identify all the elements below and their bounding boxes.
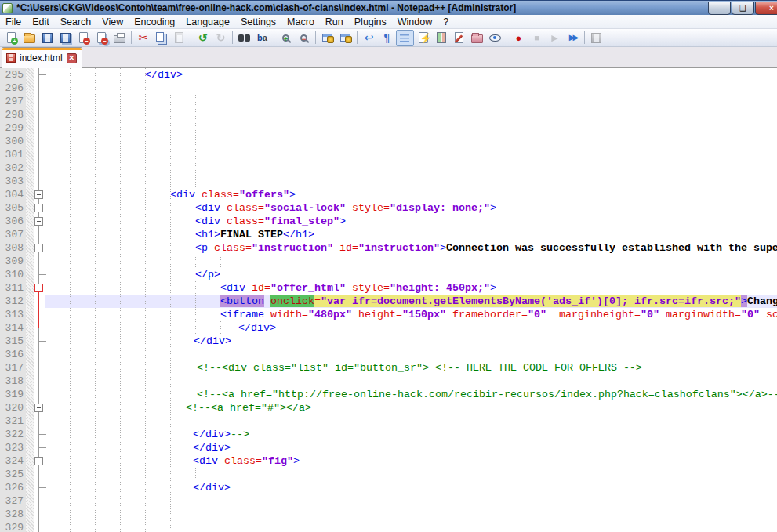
menu-language[interactable]: Language: [180, 16, 235, 28]
code-text[interactable]: </div>-->: [45, 428, 777, 441]
show-all-characters-button[interactable]: ¶: [378, 30, 396, 46]
code-line[interactable]: 325: [0, 468, 777, 481]
code-text[interactable]: [45, 521, 777, 532]
code-text[interactable]: <button onclick="var ifr=document.getEle…: [45, 295, 777, 308]
code-line[interactable]: 324<div class="fig">: [0, 454, 777, 468]
code-line[interactable]: 302: [0, 161, 777, 175]
menu-help[interactable]: ?: [438, 16, 454, 28]
code-text[interactable]: </div>: [45, 321, 777, 335]
fold-collapse-box[interactable]: [34, 217, 43, 226]
code-line[interactable]: 296: [0, 81, 777, 95]
zoom-in-button[interactable]: +: [277, 30, 295, 46]
title-bar[interactable]: *C:\Users\CKG\Videos\Contoh\team\free-on…: [0, 0, 777, 15]
code-text[interactable]: [45, 108, 777, 121]
menu-window[interactable]: Window: [392, 16, 438, 28]
undo-button[interactable]: ↺: [194, 30, 212, 46]
code-text[interactable]: [45, 375, 777, 388]
code-line[interactable]: 322</div>-->: [0, 428, 777, 441]
fold-collapse-box[interactable]: [34, 190, 43, 199]
code-text[interactable]: [45, 494, 777, 508]
code-line[interactable]: 303: [0, 175, 777, 188]
code-text[interactable]: [45, 508, 777, 521]
find-button[interactable]: [235, 30, 253, 46]
code-text[interactable]: <!--<div class="list" id="button_sr"> <!…: [45, 361, 777, 375]
minimize-button[interactable]: —: [708, 2, 731, 15]
code-text[interactable]: [45, 121, 777, 135]
file-monitoring-button[interactable]: [486, 30, 504, 46]
replace-button[interactable]: ba: [253, 30, 271, 46]
code-line[interactable]: 313<iframe width="480px" height="150px" …: [0, 308, 777, 321]
code-line[interactable]: 312<button onclick="var ifr=document.get…: [0, 295, 777, 308]
code-text[interactable]: <div class="social-lock" style="display:…: [45, 201, 777, 215]
code-text[interactable]: [45, 148, 777, 161]
code-line[interactable]: 298: [0, 108, 777, 121]
cut-button[interactable]: ✂: [134, 30, 152, 46]
code-line[interactable]: 316: [0, 348, 777, 361]
close-button[interactable]: ×: [755, 2, 777, 15]
close-all-button[interactable]: −: [93, 30, 111, 46]
code-line[interactable]: 318: [0, 375, 777, 388]
code-text[interactable]: <div class="offers">: [45, 188, 777, 201]
menu-file[interactable]: File: [0, 16, 27, 28]
code-text[interactable]: [45, 468, 777, 481]
save-all-button[interactable]: [56, 30, 74, 46]
code-line[interactable]: 300: [0, 135, 777, 148]
code-line[interactable]: 306<div class="final_step">: [0, 215, 777, 228]
close-file-button[interactable]: −: [74, 30, 93, 46]
code-line[interactable]: 328: [0, 508, 777, 521]
code-text[interactable]: [45, 175, 777, 188]
maximize-button[interactable]: ❑: [732, 2, 754, 15]
code-line[interactable]: 321: [0, 414, 777, 428]
code-text[interactable]: <div class="fig">: [45, 454, 777, 468]
code-line[interactable]: 304<div class="offers">: [0, 188, 777, 201]
code-line[interactable]: 310</p>: [0, 268, 777, 281]
code-text[interactable]: <!--<a href="#"></a>: [45, 401, 777, 414]
code-line[interactable]: 317<!--<div class="list" id="button_sr">…: [0, 361, 777, 375]
new-file-button[interactable]: +: [2, 30, 20, 46]
code-editor[interactable]: 295</div>296297298299300301302303304<div…: [0, 68, 777, 532]
fold-collapse-box[interactable]: [34, 244, 43, 252]
code-line[interactable]: 319<!--<a href="http://free-online-hack.…: [0, 388, 777, 401]
word-wrap-button[interactable]: ↩: [360, 30, 378, 46]
code-line[interactable]: 308<p class="instruction" id="instructio…: [0, 241, 777, 255]
macro-run-multiple-button[interactable]: ▶▶: [564, 30, 582, 46]
code-line[interactable]: 301: [0, 148, 777, 161]
code-line[interactable]: 311<div id="offer_html" style="height: 4…: [0, 281, 777, 295]
code-text[interactable]: [45, 414, 777, 428]
folder-as-workspace-button[interactable]: [468, 30, 486, 46]
code-line[interactable]: 299: [0, 121, 777, 135]
code-text[interactable]: <!--<a href="http://free-online-hack.com…: [45, 388, 777, 401]
menu-settings[interactable]: Settings: [235, 16, 281, 28]
menu-edit[interactable]: Edit: [27, 16, 55, 28]
macro-record-button[interactable]: ●: [510, 30, 528, 46]
tab-close-icon[interactable]: ✕: [67, 53, 77, 63]
code-line[interactable]: 314</div>: [0, 321, 777, 335]
code-text[interactable]: <p class="instruction" id="instruction">…: [45, 241, 777, 255]
indent-guide-button[interactable]: [396, 30, 414, 46]
code-text[interactable]: <h1>FINAL STEP</h1>: [45, 228, 777, 241]
document-map-button[interactable]: [432, 30, 450, 46]
code-text[interactable]: </div>: [45, 335, 777, 348]
code-line[interactable]: 295</div>: [0, 68, 777, 81]
tab-index-html[interactable]: index.html ✕: [2, 47, 82, 68]
code-text[interactable]: <div class="final_step">: [45, 215, 777, 228]
open-file-button[interactable]: [20, 30, 38, 46]
code-text[interactable]: </p>: [45, 268, 777, 281]
code-text[interactable]: [45, 161, 777, 175]
sync-horizontal-scroll-button[interactable]: [336, 30, 354, 46]
save-file-button[interactable]: [38, 30, 56, 46]
code-line[interactable]: 309: [0, 255, 777, 268]
code-line[interactable]: 305<div class="social-lock" style="displ…: [0, 201, 777, 215]
fold-collapse-box[interactable]: [34, 204, 43, 212]
code-line[interactable]: 320<!--<a href="#"></a>: [0, 401, 777, 414]
code-line[interactable]: 297: [0, 95, 777, 108]
code-text[interactable]: <iframe width="480px" height="150px" fra…: [45, 308, 777, 321]
menu-view[interactable]: View: [96, 16, 129, 28]
zoom-out-button[interactable]: −: [295, 30, 313, 46]
menu-run[interactable]: Run: [320, 16, 349, 28]
code-line[interactable]: 323</div>: [0, 441, 777, 454]
fold-collapse-box[interactable]: [34, 457, 43, 465]
code-line[interactable]: 326</div>: [0, 481, 777, 494]
code-text[interactable]: [45, 135, 777, 148]
code-text[interactable]: </div>: [45, 441, 777, 454]
